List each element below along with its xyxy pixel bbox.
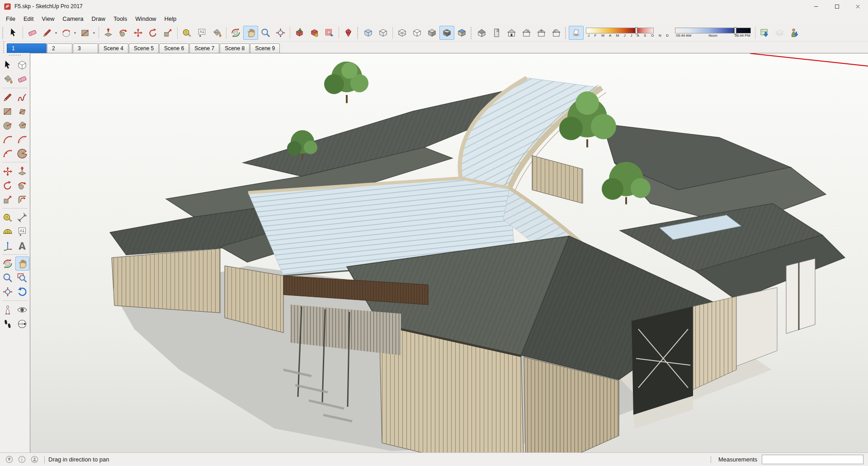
palette-walk-tool[interactable] <box>1 317 15 331</box>
palette-grip[interactable] <box>9 55 21 57</box>
palette-rotated-rectangle-tool[interactable] <box>15 104 29 118</box>
shapes-flyout-caret-icon[interactable] <box>92 31 96 35</box>
share-model-button[interactable] <box>307 26 322 40</box>
palette-zoom-window-tool[interactable] <box>15 271 29 285</box>
palette-pie-tool[interactable] <box>15 146 29 160</box>
right-view-button[interactable] <box>519 26 534 40</box>
line-tool-button[interactable] <box>40 26 55 40</box>
palette-look-around-tool[interactable] <box>15 303 29 317</box>
views-toolbar-grip[interactable] <box>471 27 472 39</box>
palette-rotate-tool[interactable] <box>1 178 15 192</box>
palette-follow-me-tool[interactable] <box>15 178 29 192</box>
palette-axes-tool[interactable] <box>1 238 15 252</box>
palette-3d-text-tool[interactable] <box>15 238 29 252</box>
palette-protractor-tool[interactable] <box>1 224 15 238</box>
palette-orbit-tool[interactable] <box>1 257 15 271</box>
palette-2-point-arc-tool[interactable] <box>15 132 29 146</box>
iso-view-button[interactable] <box>474 26 489 40</box>
x-ray-style-button[interactable] <box>361 26 376 40</box>
extension-warehouse-button[interactable] <box>341 26 356 40</box>
follow-me-tool-button[interactable] <box>116 26 131 40</box>
top-view-button[interactable] <box>489 26 504 40</box>
get-models-button[interactable] <box>292 26 307 40</box>
geolocation-status-button[interactable] <box>3 454 15 466</box>
pan-tool-button[interactable] <box>243 26 258 40</box>
palette-section-plane-tool[interactable] <box>15 317 29 331</box>
palette-line-tool[interactable] <box>1 90 15 104</box>
back-view-button[interactable] <box>534 26 549 40</box>
palette-arc-tool[interactable] <box>1 132 15 146</box>
menu-window[interactable]: Window <box>131 14 160 24</box>
zoom-tool-button[interactable] <box>258 26 273 40</box>
palette-paint-bucket-tool[interactable] <box>1 72 15 86</box>
styles-toolbar-grip[interactable] <box>357 27 359 39</box>
palette-3-point-arc-tool[interactable] <box>1 146 15 160</box>
move-tool-button[interactable] <box>131 26 146 40</box>
toggle-terrain-button[interactable] <box>772 26 787 40</box>
scene-tab-4[interactable]: Scene 4 <box>99 43 128 53</box>
scene-tab-1[interactable]: 1 <box>7 43 47 53</box>
text-tool-button[interactable] <box>194 26 209 40</box>
select-tool-button[interactable] <box>6 26 21 40</box>
toolbar-grip[interactable] <box>2 27 4 39</box>
menu-camera[interactable]: Camera <box>58 14 87 24</box>
help-status-button[interactable] <box>15 454 28 466</box>
palette-circle-tool[interactable] <box>1 118 15 132</box>
menu-file[interactable]: File <box>2 14 19 24</box>
minimize-button[interactable] <box>806 0 826 13</box>
push-pull-tool-button[interactable] <box>101 26 116 40</box>
palette-tape-measure-tool[interactable] <box>1 210 15 224</box>
arcs-flyout-caret-icon[interactable] <box>73 31 77 35</box>
shadow-time-slider[interactable]: 05:44 AM Noon 06:44 PM <box>675 28 751 38</box>
scene-tab-7[interactable]: Scene 7 <box>189 43 219 53</box>
scene-tabs-grip[interactable] <box>3 41 5 53</box>
zoom-extents-button[interactable] <box>273 26 288 40</box>
palette-polygon-tool[interactable] <box>15 118 29 132</box>
palette-push-pull-tool[interactable] <box>15 164 29 178</box>
palette-move-tool[interactable] <box>1 164 15 178</box>
menu-edit[interactable]: Edit <box>19 14 38 24</box>
shapes-tool-button[interactable] <box>78 26 93 40</box>
time-slider-track[interactable] <box>675 28 751 33</box>
account-status-button[interactable] <box>28 454 41 466</box>
palette-offset-tool[interactable] <box>15 192 29 206</box>
menu-draw[interactable]: Draw <box>88 14 109 24</box>
arcs-tool-button[interactable] <box>59 26 74 40</box>
scene-tab-5[interactable]: Scene 5 <box>129 43 159 53</box>
date-slider-thumb[interactable] <box>635 27 637 34</box>
line-flyout-caret-icon[interactable] <box>54 31 58 35</box>
add-location-button[interactable] <box>757 26 772 40</box>
palette-previous-view-tool[interactable] <box>15 285 29 299</box>
palette-freehand-tool[interactable] <box>15 90 29 104</box>
palette-rectangle-tool[interactable] <box>1 104 15 118</box>
scene-tab-2[interactable]: 2 <box>47 43 72 53</box>
palette-position-camera-tool[interactable] <box>1 303 15 317</box>
wireframe-style-button[interactable] <box>395 26 410 40</box>
rotate-tool-button[interactable] <box>146 26 160 40</box>
palette-zoom-tool[interactable] <box>1 271 15 285</box>
palette-pan-tool[interactable] <box>15 257 29 271</box>
time-slider-thumb[interactable] <box>734 27 736 34</box>
scale-tool-button[interactable] <box>160 26 175 40</box>
palette-select-tool[interactable] <box>1 58 15 72</box>
scene-tab-6[interactable]: Scene 6 <box>159 43 189 53</box>
scene-tab-9[interactable]: Scene 9 <box>250 43 280 53</box>
menu-help[interactable]: Help <box>160 14 181 24</box>
shaded-style-button[interactable] <box>425 26 439 40</box>
date-slider-track[interactable] <box>586 28 654 33</box>
paint-bucket-tool-button[interactable] <box>209 26 224 40</box>
photo-textures-button[interactable] <box>787 26 802 40</box>
palette-text-tool[interactable] <box>15 224 29 238</box>
palette-dimension-tool[interactable] <box>15 210 29 224</box>
back-edges-style-button[interactable] <box>376 26 391 40</box>
share-component-button[interactable] <box>322 26 337 40</box>
menu-tools[interactable]: Tools <box>109 14 131 24</box>
palette-scale-tool[interactable] <box>1 192 15 206</box>
measurements-input[interactable] <box>762 455 863 464</box>
front-view-button[interactable] <box>504 26 519 40</box>
shadows-toolbar-grip[interactable] <box>565 27 567 39</box>
monochrome-style-button[interactable] <box>454 26 469 40</box>
shadow-date-slider[interactable]: J F M A M J J A S O N D <box>586 28 670 38</box>
hidden-line-style-button[interactable] <box>410 26 425 40</box>
model-viewport[interactable] <box>30 53 868 452</box>
